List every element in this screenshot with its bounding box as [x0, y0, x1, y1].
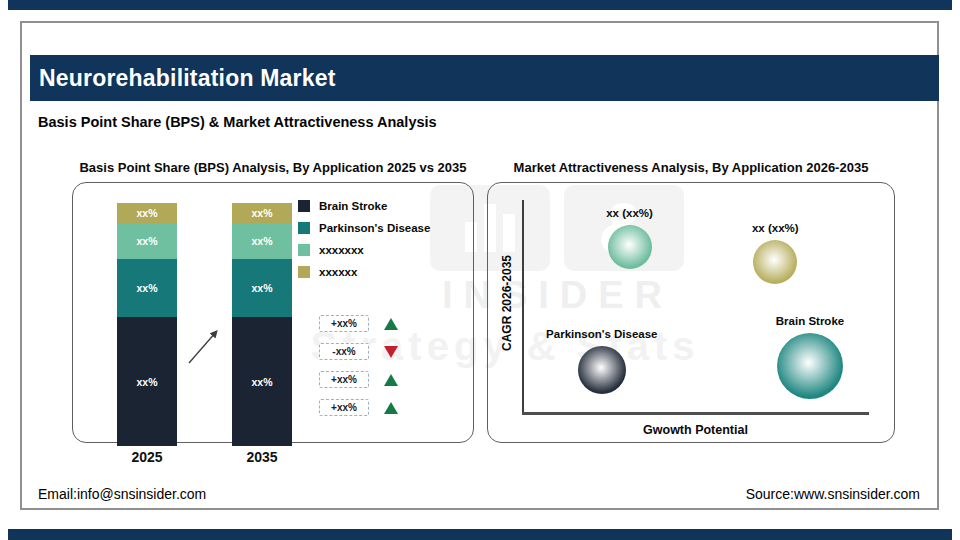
legend-label: Brain Stroke: [319, 200, 387, 212]
bar-segment: xx%: [232, 223, 292, 259]
bar-segment: xx%: [232, 259, 292, 317]
delta-value-box: +xx%: [319, 399, 369, 416]
bubble-label: Brain Stroke: [730, 315, 890, 327]
delta-value-box: +xx%: [319, 371, 369, 388]
title-bar: Neurorehabilitation Market: [30, 55, 939, 101]
delta-row: -xx%: [319, 343, 398, 360]
legend-label: xxxxxxx: [319, 244, 364, 256]
legend-swatch: [298, 266, 310, 278]
page-subtitle: Basis Point Share (BPS) & Market Attract…: [38, 114, 437, 130]
bubble: [608, 225, 652, 269]
legend-item: xxxxxx: [298, 265, 430, 279]
y-axis-label: CAGR 2026-2035: [500, 208, 514, 398]
legend-label: Parkinson's Disease: [319, 222, 430, 234]
x-axis-label: Gwowth Potential: [522, 423, 869, 437]
bar-segment-value: xx%: [251, 376, 272, 388]
stacked-bar-2035: xx%xx%xx%xx%: [232, 203, 292, 446]
bar-segment-value: xx%: [251, 207, 272, 219]
bar-segment: xx%: [117, 203, 177, 223]
bar-segment-value: xx%: [136, 376, 157, 388]
bps-chart-title: Basis Point Share (BPS) Analysis, By App…: [72, 160, 474, 175]
stacked-bar-2025: xx%xx%xx%xx%: [117, 203, 177, 446]
bubble: [777, 333, 843, 399]
slide: & INSIDER Strategy & Stats Neurorehabili…: [0, 0, 960, 540]
legend-item: xxxxxxx: [298, 243, 430, 257]
bar-segment: xx%: [232, 317, 292, 446]
bar-segment-value: xx%: [251, 235, 272, 247]
bar-segment: xx%: [117, 223, 177, 259]
bottom-accent-bar: [8, 529, 952, 540]
legend-swatch: [298, 244, 310, 256]
delta-value-box: -xx%: [319, 343, 369, 360]
bar-segment: xx%: [232, 203, 292, 223]
top-accent-bar: [8, 0, 952, 10]
triangle-up-icon: [384, 402, 398, 414]
delta-list: +xx%-xx%+xx%+xx%: [319, 315, 398, 416]
bar-segment-value: xx%: [136, 282, 157, 294]
legend: Brain StrokeParkinson's Diseasexxxxxxxxx…: [298, 199, 430, 279]
delta-row: +xx%: [319, 371, 398, 388]
bar-segment: xx%: [117, 317, 177, 446]
legend-swatch: [298, 200, 310, 212]
legend-item: Parkinson's Disease: [298, 221, 430, 235]
bar-segment-value: xx%: [136, 235, 157, 247]
bar-segment-value: xx%: [251, 282, 272, 294]
footer-email: Email:info@snsinsider.com: [38, 486, 206, 502]
bar-segment-value: xx%: [136, 207, 157, 219]
legend-swatch: [298, 222, 310, 234]
attractiveness-chart-title: Market Attractiveness Analysis, By Appli…: [487, 160, 895, 175]
bubble-label: xx (xx%): [550, 207, 710, 219]
bubble: [578, 346, 626, 394]
triangle-up-icon: [384, 318, 398, 330]
bubble-label: xx (xx%): [695, 222, 855, 234]
delta-value-box: +xx%: [319, 315, 369, 332]
bar-category-label-2035: 2035: [232, 449, 292, 465]
triangle-down-icon: [384, 346, 398, 358]
x-axis-line: [522, 412, 869, 415]
bar-category-label-2025: 2025: [117, 449, 177, 465]
page-title: Neurorehabilitation Market: [30, 65, 336, 92]
legend-item: Brain Stroke: [298, 199, 430, 213]
y-axis-line: [522, 200, 524, 414]
footer-source: Source:www.snsinsider.com: [746, 486, 920, 502]
delta-row: +xx%: [319, 399, 398, 416]
triangle-up-icon: [384, 374, 398, 386]
bar-segment: xx%: [117, 259, 177, 317]
bubble-label: Parkinson's Disease: [522, 328, 682, 340]
delta-row: +xx%: [319, 315, 398, 332]
trend-arrow-icon: [184, 324, 226, 370]
bubble: [753, 240, 797, 284]
legend-label: xxxxxx: [319, 266, 357, 278]
